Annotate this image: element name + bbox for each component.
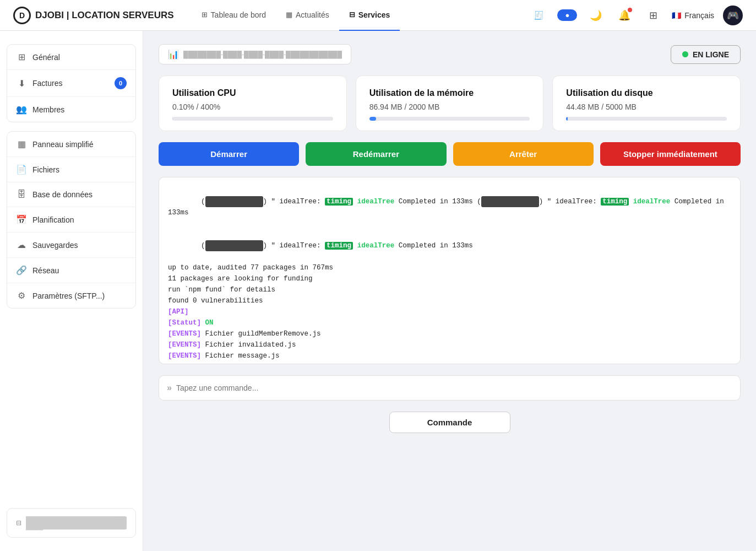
sidebar-label-reseau: Réseau — [32, 266, 59, 275]
bdd-icon: 🗄 — [16, 190, 27, 199]
memory-value: 86.94 MB / 2000 MB — [369, 102, 530, 111]
cpu-progress-bg — [172, 117, 333, 121]
nav-item-services[interactable]: ⊟ Services — [339, 0, 400, 31]
sidebar-item-fichiers[interactable]: 📄 Fichiers — [7, 157, 135, 182]
command-input[interactable] — [176, 376, 732, 400]
console-line: run `npm fund` for details — [168, 284, 731, 295]
sidebar-label-membres: Membres — [32, 105, 64, 114]
sidebar-item-membres[interactable]: 👥 Membres — [7, 97, 135, 122]
parametres-icon: ⚙ — [16, 290, 27, 301]
sidebar-item-planification[interactable]: 📅 Planification — [7, 207, 135, 233]
dark-mode-button[interactable]: 🌙 — [586, 6, 606, 25]
disk-progress-bg — [566, 117, 727, 121]
console-line: 11 packages are looking for funding — [168, 273, 731, 284]
sidebar-group-panel: ▦ Panneau simplifié 📄 Fichiers 🗄 Base de… — [7, 131, 136, 309]
memory-title: Utilisation de la mémoire — [369, 88, 530, 98]
sidebar-item-bdd[interactable]: 🗄 Base de données — [7, 182, 135, 207]
restart-button[interactable]: Redémarrer — [306, 142, 446, 166]
kill-button[interactable]: Stopper immédiatement — [600, 142, 741, 166]
footer-server-icon: ⊟ — [16, 519, 21, 527]
stats-row: Utilisation CPU 0.10% / 400% Utilisation… — [159, 75, 741, 131]
planification-icon: 📅 — [16, 214, 27, 225]
console-line: up to date, audited 77 packages in 767ms — [168, 262, 731, 273]
reseau-icon: 🔗 — [16, 265, 27, 276]
status-badge: EN LIGNE — [671, 45, 741, 64]
console-line-events: [EVENTS] Fichier message.js — [168, 350, 731, 361]
logo-text: DJOBI | LOCATION SERVEURS — [35, 10, 174, 21]
flag-icon: 🇫🇷 — [672, 11, 681, 20]
stop-button[interactable]: Arrêter — [453, 142, 594, 166]
apps-grid-button[interactable]: ⊞ — [643, 6, 663, 25]
sidebar-label-general: Général — [32, 53, 60, 62]
console-line: found 0 vulnerabilities — [168, 295, 731, 306]
notification-bell-button[interactable]: 🔔 — [614, 6, 634, 25]
services-icon: ⊟ — [349, 10, 355, 19]
general-icon: ⊞ — [16, 52, 27, 62]
action-buttons: Démarrer Redémarrer Arrêter Stopper immé… — [159, 142, 741, 166]
sidebar-item-factures[interactable]: ⬇ Factures 0 — [7, 70, 135, 97]
redacted — [205, 196, 263, 207]
console-line-events: [EVENTS] Fichier invalidated.js — [168, 339, 731, 350]
cpu-title: Utilisation CPU — [172, 88, 333, 98]
sidebar-item-reseau[interactable]: 🔗 Réseau — [7, 258, 135, 283]
sidebar-footer-text: ████████ ████████ ███ ████ — [26, 516, 127, 530]
sidebar-label-fichiers: Fichiers — [32, 165, 59, 174]
start-button[interactable]: Démarrer — [159, 142, 299, 166]
cpu-value: 0.10% / 400% — [172, 102, 333, 111]
fichiers-icon: 📄 — [16, 164, 27, 175]
sidebar-label-parametres: Paramètres (SFTP...) — [32, 291, 105, 300]
factures-badge: 0 — [115, 77, 127, 89]
redacted — [481, 196, 539, 207]
command-submit-button[interactable]: Commande — [389, 412, 510, 433]
language-selector[interactable]: 🇫🇷 Français — [672, 11, 714, 20]
sidebar-footer: ⊟ ████████ ████████ ███ ████ — [7, 508, 136, 538]
disk-card: Utilisation du disque 44.48 MB / 5000 MB — [552, 75, 741, 131]
disk-progress-fill — [566, 117, 568, 121]
panneau-icon: ▦ — [16, 139, 27, 149]
sidebar-label-bdd: Base de données — [32, 190, 93, 199]
console-line-events: [EVENTS] Fichier messageReactionAdd.js — [168, 361, 731, 364]
nav-item-news[interactable]: ▦ Actualités — [276, 0, 339, 31]
toggle-button[interactable]: ● — [557, 9, 577, 21]
disk-title: Utilisation du disque — [566, 88, 727, 98]
sidebar-group-main: ⊞ Général ⬇ Factures 0 👥 Membres — [7, 44, 136, 122]
memory-progress-fill — [369, 117, 377, 121]
memory-card: Utilisation de la mémoire 86.94 MB / 200… — [356, 75, 544, 131]
console-line: ( ) " idealTree: timing idealTree Comple… — [168, 185, 731, 229]
nav-item-dashboard[interactable]: ⊞ Tableau de bord — [192, 0, 276, 31]
console-line-status: [Statut] ON — [168, 317, 731, 328]
factures-icon: ⬇ — [16, 78, 27, 89]
status-dot — [682, 51, 688, 57]
membres-icon: 👥 — [16, 104, 27, 115]
cpu-card: Utilisation CPU 0.10% / 400% — [159, 75, 347, 131]
sidebar-label-panneau: Panneau simplifié — [32, 140, 94, 149]
command-submit-row: Commande — [159, 412, 741, 433]
topbar-nav: ⊞ Tableau de bord ▦ Actualités ⊟ Service… — [192, 0, 529, 31]
main-content: 📊 ████████-████-████-████-████████████ E… — [143, 31, 756, 551]
bar-chart-icon: 📊 — [168, 49, 179, 60]
sidebar-item-parametres[interactable]: ⚙ Paramètres (SFTP...) — [7, 283, 135, 308]
language-label: Français — [684, 11, 714, 20]
console-line-events: [EVENTS] Fichier guildMemberRemove.js — [168, 328, 731, 339]
main-layout: ⊞ Général ⬇ Factures 0 👥 Membres ▦ Panne… — [0, 31, 756, 551]
status-text: EN LIGNE — [693, 50, 729, 59]
timing-badge: timing — [325, 242, 353, 250]
news-icon: ▦ — [286, 10, 292, 19]
sidebar-item-sauvegardes[interactable]: ☁ Sauvegardes — [7, 233, 135, 258]
sidebar-item-panneau[interactable]: ▦ Panneau simplifié — [7, 132, 135, 157]
console-line-api: [API] — [168, 306, 731, 317]
timing-badge: timing — [325, 198, 353, 206]
sidebar-label-planification: Planification — [32, 215, 74, 224]
server-id-text: ████████-████-████-████-████████████ — [183, 51, 342, 58]
user-avatar[interactable]: 🎮 — [723, 6, 743, 25]
memory-progress-bg — [369, 117, 530, 121]
topbar: D DJOBI | LOCATION SERVEURS ⊞ Tableau de… — [0, 0, 756, 31]
receipt-icon-button[interactable]: 🧾 — [529, 6, 548, 25]
logo: D DJOBI | LOCATION SERVEURS — [13, 7, 174, 24]
dashboard-grid-icon: ⊞ — [202, 10, 208, 19]
timing-badge: timing — [601, 198, 629, 206]
redacted — [205, 240, 263, 251]
console-output: ( ) " idealTree: timing idealTree Comple… — [159, 177, 741, 364]
sidebar-item-general[interactable]: ⊞ Général — [7, 45, 135, 70]
command-input-row: » — [159, 375, 741, 401]
